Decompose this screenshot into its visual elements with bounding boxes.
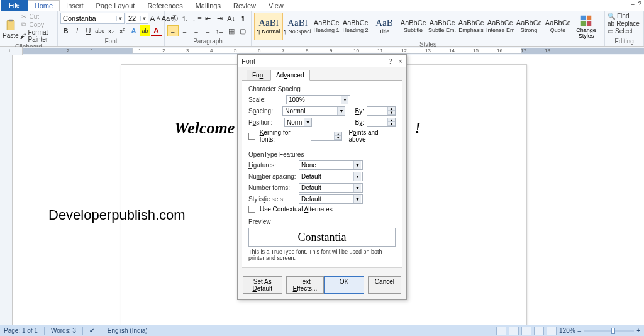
bullets-button[interactable]: ≡ [167, 13, 179, 24]
chevron-down-icon[interactable]: ▼ [353, 184, 361, 192]
fullscreen-view-button[interactable] [509, 327, 519, 335]
status-language[interactable]: English (India) [108, 327, 148, 334]
position-combo[interactable]: ▼ [284, 118, 312, 127]
scale-combo[interactable]: ▼ [286, 95, 350, 104]
borders-button[interactable]: ▢ [237, 25, 248, 36]
linespacing-button[interactable]: ↕≡ [214, 25, 225, 36]
shrink-font-button[interactable]: A [157, 13, 160, 24]
replace-button[interactable]: ab Replace [608, 20, 641, 27]
stylistic-input[interactable] [299, 195, 353, 203]
weblayout-view-button[interactable] [521, 327, 531, 335]
numforms-input[interactable] [299, 184, 353, 192]
style-item[interactable]: AaBbCcIntense Em... [486, 13, 514, 40]
outline-view-button[interactable] [534, 327, 544, 335]
align-center-button[interactable]: ≡ [179, 25, 191, 36]
text-effects-button[interactable]: A [128, 25, 139, 36]
style-item[interactable]: AaBbCcSubtle Em... [428, 13, 457, 40]
dec-indent-button[interactable]: ⇤ [203, 13, 214, 24]
justify-button[interactable]: ≡ [203, 25, 214, 36]
zoom-level[interactable]: 120% [559, 327, 575, 334]
style-item[interactable]: AaBl¶ No Spacing [283, 13, 312, 40]
strike-button[interactable]: abc [94, 25, 105, 36]
status-page[interactable]: Page: 1 of 1 [4, 327, 38, 334]
style-item[interactable]: AaBbCcHeading 2 [341, 13, 370, 40]
scale-input[interactable] [287, 96, 341, 104]
font-size-combo[interactable]: ▼ [126, 13, 148, 24]
underline-button[interactable]: U [83, 25, 94, 36]
status-words[interactable]: Words: 3 [51, 327, 76, 334]
numbering-button[interactable]: ⒈ [179, 13, 191, 24]
text-effects-button[interactable]: Text Effects... [286, 276, 324, 294]
zoom-in-button[interactable]: + [636, 327, 640, 334]
align-left-button[interactable]: ≡ [167, 25, 179, 36]
numspacing-input[interactable] [299, 172, 353, 181]
kerning-input[interactable] [311, 132, 334, 140]
chevron-down-icon[interactable]: ▼ [337, 107, 345, 115]
highlight-button[interactable]: ab [140, 25, 150, 36]
select-button[interactable]: ▭ Select [608, 28, 641, 35]
tab-review[interactable]: Review [227, 1, 262, 11]
sort-button[interactable]: A↓ [226, 13, 237, 24]
spellcheck-icon[interactable]: ✔ [89, 327, 94, 334]
zoom-out-button[interactable]: – [578, 327, 582, 334]
style-item[interactable]: AaBbCcEmphasis [457, 13, 486, 40]
chevron-down-icon[interactable]: ▼ [341, 96, 348, 104]
dialog-close-icon[interactable]: × [399, 57, 402, 65]
align-right-button[interactable]: ≡ [191, 25, 202, 36]
shading-button[interactable]: ▦ [226, 25, 237, 36]
superscript-button[interactable]: x² [117, 25, 128, 36]
ligatures-input[interactable] [299, 161, 353, 169]
set-default-button[interactable]: Set As Default [243, 276, 282, 294]
tab-home[interactable]: Home [28, 0, 60, 11]
style-item[interactable]: AaBbCcSubtitle [399, 13, 428, 40]
vertical-ruler[interactable] [0, 55, 13, 326]
format-painter-button[interactable]: 🖌 Format Painter [20, 29, 55, 43]
font-name-combo[interactable]: ▼ [60, 13, 125, 24]
style-item[interactable]: AaBTitle [370, 13, 399, 40]
bold-button[interactable]: B [60, 25, 71, 36]
kerning-checkbox[interactable] [248, 133, 255, 140]
tab-insert[interactable]: Insert [60, 1, 90, 11]
dialog-tab-font[interactable]: Font [247, 70, 270, 81]
position-input[interactable] [285, 118, 304, 126]
inc-indent-button[interactable]: ⇥ [214, 13, 225, 24]
draft-view-button[interactable] [547, 327, 557, 335]
cut-button[interactable]: ✂ Cut [20, 13, 55, 20]
font-size-input[interactable] [126, 13, 140, 23]
minimize-icon[interactable]: – [631, 1, 635, 8]
chevron-down-icon[interactable]: ▼ [353, 172, 361, 181]
tab-references[interactable]: References [141, 1, 189, 11]
multilevel-button[interactable]: ⋮≡ [191, 13, 202, 24]
help-icon[interactable]: ? [638, 1, 641, 8]
grow-font-button[interactable]: A [150, 13, 155, 24]
spacing-by-spinner[interactable]: ▲▼ [367, 106, 396, 116]
dialog-help-icon[interactable]: ? [388, 57, 392, 65]
style-item[interactable]: AaBl¶ Normal [254, 13, 283, 40]
stylistic-combo[interactable]: ▼ [299, 194, 363, 204]
spinner-icon[interactable]: ▲▼ [387, 107, 395, 115]
ok-button[interactable]: OK [324, 276, 364, 294]
font-name-input[interactable] [61, 13, 116, 23]
paste-button[interactable]: Paste [3, 13, 19, 43]
cancel-button[interactable]: Cancel [368, 276, 401, 294]
tab-view[interactable]: View [262, 1, 290, 11]
copy-button[interactable]: ⧉ Copy [20, 21, 55, 28]
printlayout-view-button[interactable] [496, 327, 506, 335]
numspacing-combo[interactable]: ▼ [299, 172, 363, 181]
spacing-combo[interactable]: ▼ [282, 106, 345, 116]
dialog-tab-advanced[interactable]: Advanced [270, 70, 309, 81]
chevron-down-icon[interactable]: ▼ [304, 118, 311, 126]
chevron-down-icon[interactable]: ▼ [140, 16, 148, 21]
style-item[interactable]: AaBbCcHeading 1 [312, 13, 341, 40]
spacing-by-input[interactable] [367, 107, 387, 115]
chevron-down-icon[interactable]: ▼ [353, 195, 361, 203]
tab-selector[interactable]: ∟ [0, 47, 23, 55]
spinner-icon[interactable]: ▲▼ [387, 118, 395, 126]
ligatures-combo[interactable]: ▼ [299, 160, 363, 170]
chevron-down-icon[interactable]: ▼ [116, 16, 124, 21]
position-by-input[interactable] [367, 118, 387, 126]
style-item[interactable]: AaBbCcQuote [543, 13, 572, 40]
showmarks-button[interactable]: ¶ [237, 13, 248, 24]
chevron-down-icon[interactable]: ▼ [353, 161, 361, 169]
subscript-button[interactable]: x₂ [106, 25, 116, 36]
